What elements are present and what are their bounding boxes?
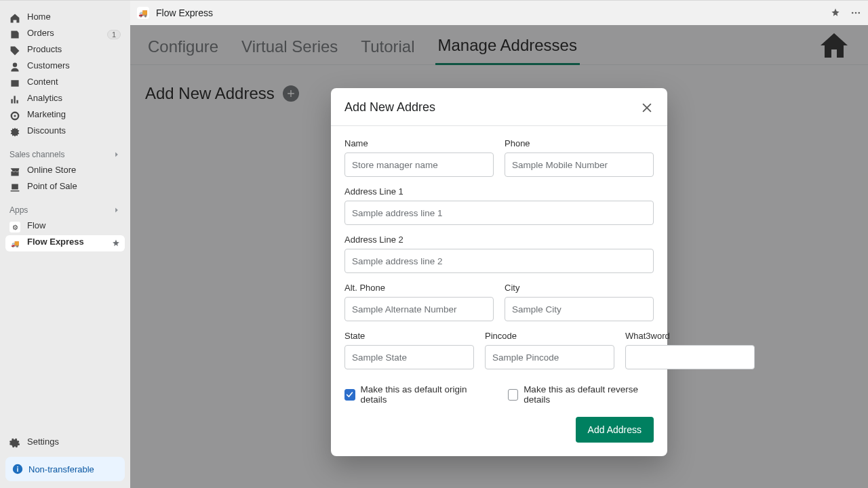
altphone-label: Alt. Phone	[344, 283, 494, 293]
discount-icon	[9, 127, 20, 138]
addr1-label: Address Line 1	[344, 186, 654, 197]
nav-label: Discounts	[27, 125, 66, 136]
state-input[interactable]	[344, 345, 474, 369]
topbar: 🚚 Flow Express	[130, 1, 868, 25]
nav-label: Marketing	[27, 109, 66, 119]
tag-icon	[9, 45, 20, 56]
addr2-input[interactable]	[344, 249, 654, 273]
checkbox-icon	[508, 389, 519, 401]
more-button[interactable]	[850, 7, 861, 18]
close-button[interactable]	[640, 101, 654, 115]
gear-icon	[9, 438, 20, 449]
nav-label: Flow Express	[27, 237, 84, 247]
pin-button[interactable]	[830, 7, 841, 18]
apps-header[interactable]: Apps	[0, 196, 130, 219]
pin-icon[interactable]	[111, 239, 121, 248]
pincode-input[interactable]	[485, 345, 614, 369]
nav-label: Orders	[27, 28, 54, 38]
info-icon	[12, 464, 23, 474]
sidebar-item-home[interactable]: Home	[5, 10, 125, 26]
app-icon: ⚙︎	[9, 222, 20, 232]
sidebar-item-online-store[interactable]: Online Store	[5, 163, 125, 180]
sidebar-item-orders[interactable]: Orders 1	[5, 26, 125, 43]
pos-icon	[9, 182, 20, 193]
w3w-input[interactable]	[625, 345, 755, 369]
nav-label: Customers	[27, 60, 70, 70]
phone-label: Phone	[505, 138, 654, 148]
check-label: Make this as default origin details	[361, 384, 484, 405]
analytics-icon	[9, 94, 20, 105]
app-icon: 🚚	[9, 238, 20, 249]
city-input[interactable]	[505, 297, 654, 321]
store-icon	[9, 166, 20, 177]
name-label: Name	[344, 138, 494, 148]
nav-label: Content	[27, 77, 58, 87]
sidebar-item-flow-express[interactable]: 🚚 Flow Express	[5, 235, 125, 251]
sidebar-item-analytics[interactable]: Analytics	[5, 92, 125, 108]
nav-label: Online Store	[27, 165, 76, 175]
chevron-right-icon	[113, 150, 121, 159]
home-icon	[9, 13, 20, 24]
nav-label: Analytics	[27, 93, 62, 103]
phone-input[interactable]	[505, 152, 654, 177]
sales-channels-header[interactable]: Sales channels	[0, 140, 130, 163]
sidebar-item-marketing[interactable]: Marketing	[5, 108, 125, 124]
sidebar-item-content[interactable]: Content	[5, 75, 125, 92]
non-transferable-banner[interactable]: Non-transferable	[5, 457, 125, 481]
app-title: Flow Express	[156, 7, 213, 18]
svg-point-2	[859, 12, 861, 14]
svg-point-1	[855, 12, 857, 14]
section-label: Sales channels	[9, 150, 64, 159]
check-label: Make this as default reverse details	[524, 384, 654, 405]
w3w-label: What3word	[625, 331, 755, 341]
pincode-label: Pincode	[485, 331, 614, 341]
nav-label: Products	[27, 44, 62, 54]
state-label: State	[344, 331, 474, 341]
sidebar-item-pos[interactable]: Point of Sale	[5, 180, 125, 196]
add-address-modal: Add New Addres Name Phone Address Line 1…	[331, 88, 667, 456]
chevron-right-icon	[113, 206, 121, 214]
sidebar: Home Orders 1 Products Customers Content…	[0, 1, 130, 488]
default-origin-checkbox[interactable]: Make this as default origin details	[344, 384, 484, 405]
addr1-input[interactable]	[344, 201, 654, 225]
altphone-input[interactable]	[344, 297, 494, 321]
section-label: Apps	[9, 205, 28, 215]
sidebar-item-settings[interactable]: Settings	[5, 435, 125, 451]
orders-badge: 1	[107, 30, 121, 39]
add-address-button[interactable]: Add Address	[576, 417, 654, 443]
person-icon	[9, 62, 20, 73]
svg-point-0	[852, 12, 854, 14]
nav-label: Point of Sale	[27, 181, 77, 191]
sidebar-item-discounts[interactable]: Discounts	[5, 124, 125, 140]
nav-label: Settings	[27, 436, 59, 447]
content-icon	[9, 78, 20, 89]
default-reverse-checkbox[interactable]: Make this as default reverse details	[508, 384, 654, 405]
banner-label: Non-transferable	[28, 464, 94, 474]
nav-label: Home	[27, 12, 51, 22]
modal-title: Add New Addres	[344, 100, 435, 115]
app-badge-icon: 🚚	[137, 7, 149, 19]
name-input[interactable]	[344, 152, 494, 177]
checkbox-icon	[344, 389, 355, 401]
addr2-label: Address Line 2	[344, 235, 654, 245]
sidebar-item-flow[interactable]: ⚙︎ Flow	[5, 219, 125, 235]
sidebar-item-products[interactable]: Products	[5, 43, 125, 59]
city-label: City	[505, 283, 654, 293]
sidebar-item-customers[interactable]: Customers	[5, 59, 125, 75]
orders-icon	[9, 29, 20, 40]
target-icon	[9, 110, 20, 121]
nav-label: Flow	[27, 220, 45, 230]
